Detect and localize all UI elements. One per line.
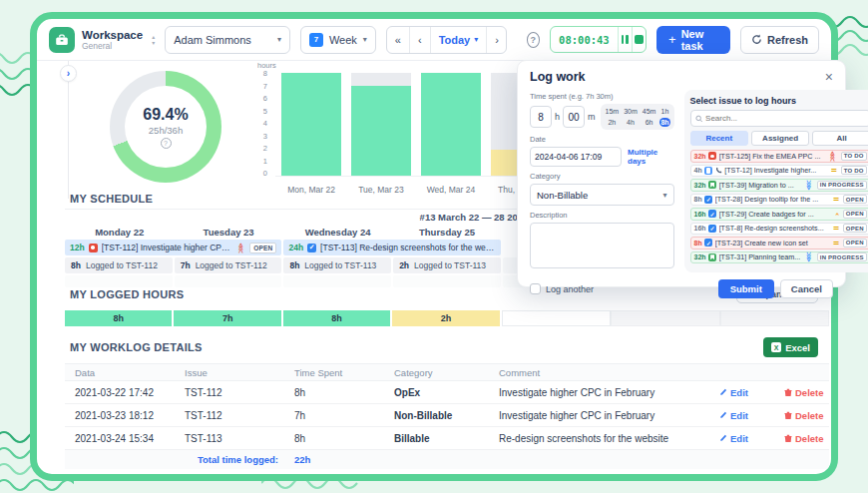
issue-row[interactable]: 32h[TST-39] Migration to ...⋘IN PROGRESS xyxy=(690,179,868,192)
schedule-task-bar[interactable]: 24h ✓ [TST-113] Re-design screenshots fo… xyxy=(283,240,500,255)
period-select[interactable]: 7 Week ▾ xyxy=(300,26,376,54)
schedule-task-bar[interactable]: 12h [TST-112] Investigate higher CPC in … xyxy=(65,240,281,255)
quick-option[interactable]: 4h xyxy=(623,118,639,127)
tab-all[interactable]: All xyxy=(812,131,868,146)
hours-segment xyxy=(611,310,719,326)
edit-button[interactable]: Edit xyxy=(719,410,774,421)
log-work-modal: Log work × Time spent (e.g. 7h 30m) h m … xyxy=(517,60,846,287)
issue-list: 32h[TST-125] Fix the EMEA PPC ...⋘TO DO … xyxy=(690,150,868,263)
stop-icon xyxy=(635,35,644,44)
tab-recent[interactable]: Recent xyxy=(690,131,748,146)
donut-help-icon[interactable]: ? xyxy=(161,138,172,149)
time-spent-label: Time spent (e.g. 7h 30m) xyxy=(530,92,674,101)
logged-cell: 2hLogged to TST-113 xyxy=(393,257,501,273)
status-badge: OPEN xyxy=(249,243,276,253)
quick-option[interactable]: 2h xyxy=(605,118,621,127)
timer-value: 08:00:43 xyxy=(551,34,618,46)
today-button[interactable]: Today▾ xyxy=(430,27,487,53)
day-header: Monday 22 xyxy=(65,227,174,238)
refresh-button[interactable]: Refresh xyxy=(740,26,819,54)
multiple-days-link[interactable]: Multiple days xyxy=(628,148,674,166)
x-axis-labels: Mon, Mar 22Tue, Mar 23Wed, Mar 24Thu, Ma… xyxy=(275,185,553,195)
hours-segment: 8h xyxy=(283,310,392,326)
issue-search[interactable] xyxy=(690,110,868,127)
cancel-button[interactable]: Cancel xyxy=(780,279,833,298)
day-header: Wednesday 24 xyxy=(283,227,392,238)
issue-row[interactable]: 16h✓[TST-29] Create badges for ...‹OPEN xyxy=(690,208,868,221)
chevron-down-icon: ▾ xyxy=(277,35,281,44)
issue-row[interactable]: 8h✓[TST-28] Design tooltip for the ...=O… xyxy=(690,194,868,207)
pencil-icon xyxy=(719,388,727,396)
tab-assigned[interactable]: Assigned xyxy=(751,131,809,146)
logged-cell: 8hLogged to TST-112 xyxy=(65,257,173,273)
phone-icon xyxy=(715,167,722,174)
category-select[interactable]: Non-Billable ▾ xyxy=(530,184,674,206)
pause-icon xyxy=(622,35,625,44)
user-select[interactable]: Adam Simmons ▾ xyxy=(165,26,290,54)
donut-center: 69.4% 25h/36h ? xyxy=(125,86,207,168)
excel-icon: X xyxy=(771,342,781,352)
user-select-value: Adam Simmons xyxy=(174,34,251,46)
quick-option[interactable]: 1h xyxy=(659,107,669,116)
date-input[interactable] xyxy=(530,147,622,167)
excel-export-button[interactable]: X Excel xyxy=(763,337,818,357)
schedule-title: MY SCHEDULE xyxy=(70,193,153,205)
sidebar-expand-button[interactable]: › xyxy=(60,65,77,82)
prev-day-button[interactable]: ‹ xyxy=(409,27,430,53)
quick-option[interactable]: 15m xyxy=(605,107,621,116)
issue-picker-title: Select issue to log hours xyxy=(690,96,868,106)
issue-row[interactable]: 32h[TST-125] Fix the EMEA PPC ...⋘TO DO xyxy=(690,150,868,163)
search-icon xyxy=(695,115,703,123)
delete-button[interactable]: Delete xyxy=(784,410,829,421)
quick-option[interactable]: 6h xyxy=(642,118,657,127)
issue-row[interactable]: 16h✓[TST-8] Re-design screenshots...=OPE… xyxy=(690,223,868,236)
search-input[interactable] xyxy=(705,114,866,123)
edit-button[interactable]: Edit xyxy=(719,433,774,444)
issue-picker-panel: Select issue to log hours Recent Assigne… xyxy=(684,90,868,272)
pencil-icon xyxy=(719,411,727,419)
delete-button[interactable]: Delete xyxy=(784,387,829,398)
submit-button[interactable]: Submit xyxy=(718,279,774,298)
close-icon[interactable]: × xyxy=(825,71,833,83)
logged-hours-title: MY LOGGED HOURS xyxy=(70,288,184,300)
bar-wed xyxy=(421,73,481,176)
chevron-down-icon: ▾ xyxy=(663,191,667,200)
total-label: Total time logged: xyxy=(175,454,284,465)
workspace-icon xyxy=(49,27,75,53)
next-day-button[interactable]: › xyxy=(486,27,506,53)
quick-time-options: 15m 30m 45m 1h 2h 4h 6h 8h xyxy=(601,104,674,130)
issue-row[interactable]: 4h[TST-12] Investigate higher...=TO DO xyxy=(690,165,868,178)
table-row: 2021-03-23 18:12TST-1127hNon-BillableInv… xyxy=(65,404,829,427)
hours-bar-chart: hours 876543210 Mon, Mar 22Tue, Mar 23We… xyxy=(251,61,553,201)
new-task-button[interactable]: + New task xyxy=(656,26,730,54)
timer-pause-button[interactable] xyxy=(618,27,632,52)
modal-title: Log work xyxy=(530,70,586,84)
delete-button[interactable]: Delete xyxy=(784,433,829,444)
hours-segment xyxy=(720,310,829,326)
bar-tue xyxy=(351,73,411,176)
hours-segment: 7h xyxy=(174,310,282,326)
workspace-switcher[interactable]: Workspace General ▴▾ xyxy=(49,27,155,53)
workspace-title: Workspace xyxy=(82,29,143,41)
top-bar: Workspace General ▴▾ Adam Simmons ▾ 7 We… xyxy=(37,19,831,61)
priority-medium-icon: = xyxy=(833,240,840,246)
timer-stop-button[interactable] xyxy=(632,27,646,52)
priority-lowest-icon: ⋘ xyxy=(804,180,811,191)
quick-option[interactable]: 45m xyxy=(642,107,657,116)
minutes-input[interactable] xyxy=(563,106,585,128)
story-icon xyxy=(708,181,716,189)
issue-row[interactable]: 32h[TST-31] Planning team...⋘IN PROGRESS xyxy=(690,251,868,264)
issue-row[interactable]: 8h✓[TST-23] Create new icon set=OPEN xyxy=(690,237,868,249)
task-icon: ✓ xyxy=(708,210,716,218)
quick-option[interactable]: 30m xyxy=(623,107,639,116)
hours-input[interactable] xyxy=(530,106,552,128)
calendar-icon: 7 xyxy=(309,33,323,47)
edit-button[interactable]: Edit xyxy=(719,387,774,398)
quick-option-active[interactable]: 8h xyxy=(659,118,669,127)
prev-week-button[interactable]: « xyxy=(387,27,409,53)
help-icon[interactable]: ? xyxy=(527,32,541,48)
priority-highest-icon: ⋘ xyxy=(236,243,243,253)
log-another-checkbox[interactable] xyxy=(530,283,541,294)
worklog-table-header: DataIssueTime SpentCategoryComment xyxy=(65,363,829,381)
description-textarea[interactable] xyxy=(530,223,674,268)
